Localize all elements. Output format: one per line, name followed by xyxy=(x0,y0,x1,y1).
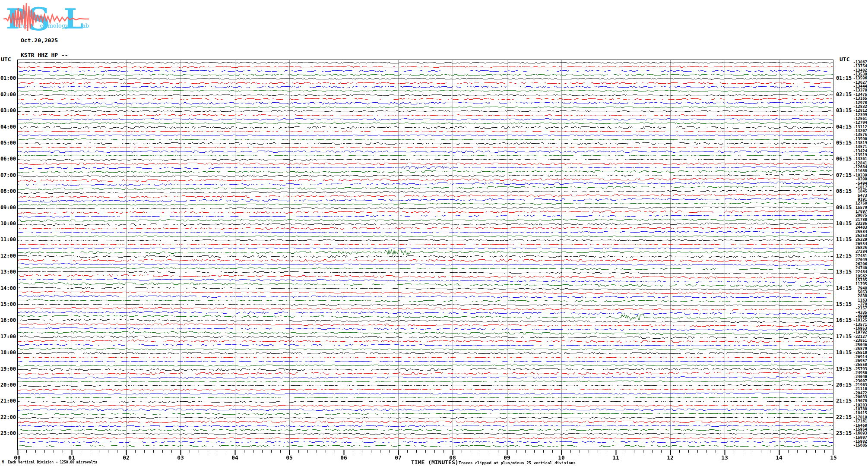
left-time-label: 19:00 xyxy=(0,366,16,372)
left-time-label: 15:00 xyxy=(0,302,16,307)
left-time-label: 03:00 xyxy=(0,108,16,113)
minute-tick-label: 01 xyxy=(64,454,79,461)
minute-tick-label: 06 xyxy=(336,454,351,461)
left-time-label: 07:00 xyxy=(0,173,16,178)
helicorder-plot-canvas xyxy=(17,60,833,456)
left-time-label: 08:00 xyxy=(0,189,16,194)
minute-tick-label: 15 xyxy=(826,454,841,461)
helicorder-page: { "logo": { "letter_p": "P", "letter_s":… xyxy=(0,0,868,466)
header-station: KSTR HHZ HP -- xyxy=(21,52,68,58)
left-time-label: 01:00 xyxy=(0,76,16,81)
left-time-label: 18:00 xyxy=(0,350,16,356)
left-time-label: 20:00 xyxy=(0,382,16,388)
division-note: Each Vertical Division = 1250.00 microvo… xyxy=(8,460,97,464)
minute-tick-label: 02 xyxy=(119,454,133,461)
minute-tick-label: 05 xyxy=(282,454,297,461)
psl-logo: P S L atras eismology ab xyxy=(3,1,92,35)
minute-tick-label: 00 xyxy=(10,454,25,461)
footer-m-mark: M xyxy=(2,460,4,464)
minute-tick-label: 07 xyxy=(391,454,405,461)
left-time-label: 22:00 xyxy=(0,415,16,420)
logo-word-ab: ab xyxy=(82,22,89,29)
left-time-label: 02:00 xyxy=(0,92,16,98)
left-time-label: 21:00 xyxy=(0,398,16,404)
left-time-label: 13:00 xyxy=(0,269,16,275)
clip-note: Traces clipped at plus/minus 25 vertical… xyxy=(459,461,576,465)
left-time-label: 04:00 xyxy=(0,124,16,130)
minute-tick-label: 10 xyxy=(554,454,569,461)
minute-tick-label: 03 xyxy=(173,454,188,461)
minute-tick-label: 12 xyxy=(663,454,678,461)
left-time-label: 23:00 xyxy=(0,431,16,436)
left-time-label: 17:00 xyxy=(0,334,16,340)
x-axis-title: TIME (MINUTES) xyxy=(411,459,459,466)
minute-tick-label: 09 xyxy=(500,454,514,461)
logo-word-eismology: eismology xyxy=(40,22,69,29)
left-time-label: 09:00 xyxy=(0,205,16,211)
left-time-label: 10:00 xyxy=(0,221,16,227)
left-time-label: 06:00 xyxy=(0,156,16,162)
header-date: Oct.20,2025 xyxy=(21,37,58,44)
left-time-label: 16:00 xyxy=(0,318,16,323)
minute-tick-label: 13 xyxy=(717,454,732,461)
left-time-label: 11:00 xyxy=(0,237,16,242)
minute-tick-label: 11 xyxy=(608,454,623,461)
utc-label-left: UTC xyxy=(1,56,11,63)
minute-tick-label: 14 xyxy=(772,454,786,461)
minute-tick-label: 04 xyxy=(228,454,242,461)
left-time-label: 14:00 xyxy=(0,286,16,291)
left-time-label: 05:00 xyxy=(0,140,16,146)
right-value-label: -15605 xyxy=(839,443,867,447)
helicorder-plot-area xyxy=(17,60,833,457)
left-time-label: 12:00 xyxy=(0,253,16,259)
